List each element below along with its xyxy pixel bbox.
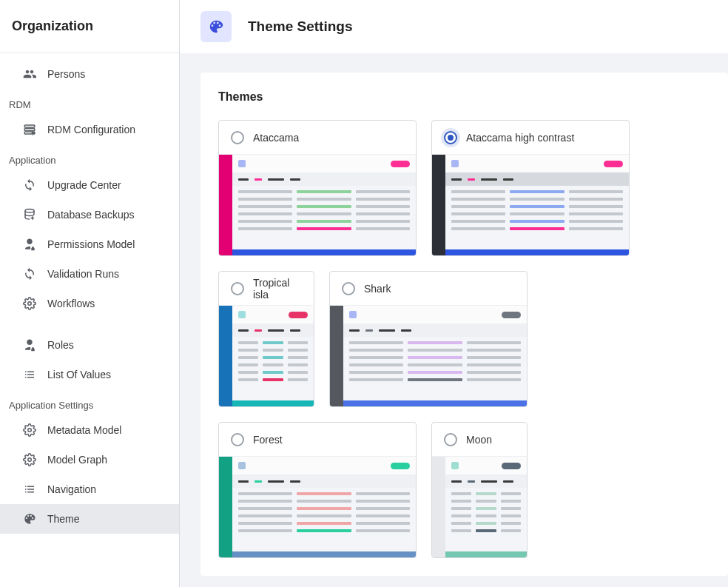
theme-card-header: Ataccama high contrast <box>432 121 629 155</box>
theme-preview <box>330 306 527 406</box>
sidebar-title: Organization <box>12 19 93 34</box>
theme-card-high-contrast[interactable]: Ataccama high contrast <box>431 120 630 256</box>
theme-preview <box>219 155 416 255</box>
sidebar-item-label: Persons <box>47 68 85 80</box>
theme-label: Shark <box>364 283 391 295</box>
theme-card-tropical[interactable]: Tropical isla <box>218 271 314 407</box>
svg-rect-1 <box>24 129 35 131</box>
sidebar-item-rdm-config[interactable]: RDM Configuration <box>0 115 179 144</box>
theme-preview <box>432 457 527 557</box>
sidebar-item-upgrade[interactable]: Upgrade Center <box>0 170 179 200</box>
sidebar-group-label: Application Settings <box>0 389 179 415</box>
gear-icon <box>22 423 37 437</box>
theme-label: Ataccama <box>253 132 299 144</box>
svg-point-5 <box>28 302 32 306</box>
content: Themes AtaccamaAtaccama high contrastTro… <box>180 53 728 587</box>
gear-icon <box>22 452 37 467</box>
sidebar-item-theme[interactable]: Theme <box>0 504 179 534</box>
theme-radio[interactable] <box>231 282 244 295</box>
theme-card-shark[interactable]: Shark <box>329 271 528 407</box>
sidebar-item-backups[interactable]: Database Backups <box>0 200 179 229</box>
sidebar-item-persons[interactable]: Persons <box>0 59 179 89</box>
sidebar: Organization PersonsRDMRDM Configuration… <box>0 0 180 587</box>
sidebar-item-label: RDM Configuration <box>47 124 135 135</box>
theme-card-header: Moon <box>432 423 527 457</box>
themes-panel-title: Themes <box>218 90 728 104</box>
sidebar-item-perms[interactable]: Permissions Model <box>0 229 179 259</box>
gear-icon <box>22 296 37 311</box>
sidebar-item-navigation[interactable]: Navigation <box>0 474 179 504</box>
theme-radio[interactable] <box>444 131 457 144</box>
sidebar-item-label: List Of Values <box>47 369 111 380</box>
theme-label: Forest <box>253 434 283 446</box>
sidebar-item-validation[interactable]: Validation Runs <box>0 259 179 289</box>
permlock-icon <box>22 237 37 252</box>
sync-icon <box>22 266 37 281</box>
theme-label: Ataccama high contrast <box>466 132 574 144</box>
theme-card-forest[interactable]: Forest <box>218 422 417 558</box>
theme-radio[interactable] <box>342 282 355 295</box>
svg-point-3 <box>32 132 35 135</box>
svg-point-6 <box>28 429 32 432</box>
theme-label: Moon <box>466 434 492 446</box>
sidebar-item-label: Database Backups <box>47 209 135 221</box>
themes-panel: Themes AtaccamaAtaccama high contrastTro… <box>200 73 728 576</box>
theme-label: Tropical isla <box>253 277 302 301</box>
sidebar-item-roles[interactable]: Roles <box>0 330 179 360</box>
theme-preview <box>432 155 629 255</box>
theme-card-header: Forest <box>219 423 416 457</box>
sidebar-item-label: Model Graph <box>47 454 107 466</box>
svg-point-4 <box>25 209 34 213</box>
theme-card-header: Shark <box>330 272 527 306</box>
sidebar-item-graph[interactable]: Model Graph <box>0 445 179 474</box>
theme-card-ataccama[interactable]: Ataccama <box>218 120 417 256</box>
sidebar-item-lov[interactable]: List Of Values <box>0 360 179 389</box>
palette-icon <box>22 511 37 526</box>
sidebar-item-label: Metadata Model <box>47 424 121 436</box>
sidebar-item-workflows[interactable]: Workflows <box>0 289 179 318</box>
sidebar-body: PersonsRDMRDM ConfigurationApplicationUp… <box>0 53 179 534</box>
main-header: Theme Settings <box>180 0 728 53</box>
list-icon <box>22 367 37 382</box>
sidebar-item-label: Validation Runs <box>47 268 119 280</box>
permlock-icon <box>22 338 37 352</box>
list-icon <box>22 482 37 497</box>
db-icon <box>22 207 37 222</box>
theme-radio[interactable] <box>231 131 244 144</box>
sidebar-item-label: Permissions Model <box>47 238 135 250</box>
sidebar-item-label: Workflows <box>47 298 95 309</box>
theme-grid: AtaccamaAtaccama high contrastTropical i… <box>218 120 728 558</box>
svg-point-7 <box>28 458 32 462</box>
rdm-icon <box>22 122 37 137</box>
sync-icon <box>22 178 37 192</box>
page-title: Theme Settings <box>248 19 352 35</box>
theme-card-header: Ataccama <box>219 121 416 155</box>
persons-icon <box>22 67 37 81</box>
sidebar-item-meta[interactable]: Metadata Model <box>0 415 179 445</box>
theme-preview <box>219 457 416 557</box>
sidebar-group-label: RDM <box>0 89 179 115</box>
sidebar-item-label: Navigation <box>47 483 96 495</box>
svg-rect-0 <box>24 125 35 127</box>
sidebar-item-label: Roles <box>47 339 74 351</box>
sidebar-group-label: Application <box>0 144 179 170</box>
theme-radio[interactable] <box>231 433 244 446</box>
theme-card-header: Tropical isla <box>219 272 314 306</box>
theme-preview <box>219 306 314 406</box>
palette-icon <box>200 11 232 42</box>
sidebar-item-label: Theme <box>47 513 80 525</box>
sidebar-item-label: Upgrade Center <box>47 179 121 191</box>
sidebar-header: Organization <box>0 0 179 53</box>
theme-card-moon[interactable]: Moon <box>431 422 528 558</box>
main: Theme Settings Themes AtaccamaAtaccama h… <box>180 0 728 587</box>
theme-radio[interactable] <box>444 433 457 446</box>
